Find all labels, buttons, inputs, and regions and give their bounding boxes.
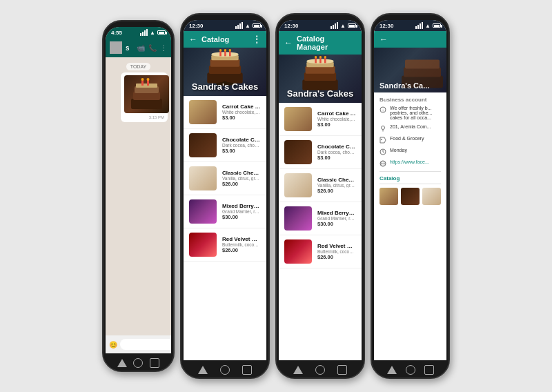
catalog-item[interactable]: Classic Cheesecake Vanilla, citrus, grah… [279, 169, 362, 202]
item-price: $26.00 [222, 247, 261, 253]
item-info: Mixed Berry Cheesecake Grand Marnier, ra… [222, 203, 261, 220]
catalog-item[interactable]: Chocolate Cupcake Dark cocoa, chocolate … [184, 129, 266, 162]
recents-nav-icon-2[interactable] [242, 365, 252, 375]
back-button-2[interactable]: ← [189, 35, 197, 44]
item-desc: Dark cocoa, chocolate buttercream... [317, 150, 356, 155]
catalog-item[interactable]: Mixed Berry Cheesecake Grand Marnier, ra… [279, 202, 362, 235]
svg-point-6 [141, 78, 144, 81]
status-bar-2: 12:30 ▲ [184, 20, 266, 31]
wifi-icon: ▲ [150, 30, 155, 36]
signal-icon [140, 29, 148, 36]
catalog-header-2: ← Catalog ⋮ [184, 31, 266, 48]
catalog-list-3[interactable]: Carrot Cake Cupcake White chocolate, ora… [279, 103, 362, 360]
signal-icon-3 [331, 22, 338, 29]
catalog-item[interactable]: Carrot Cake Cupcake White chocolate, ora… [279, 103, 362, 136]
home-nav-icon-3[interactable] [315, 365, 325, 375]
chat-message: 3:15 PM [121, 72, 168, 122]
wa-header: s 📹 📞 ⋮ [106, 38, 171, 57]
catalog-item[interactable]: Red Velvet Cake Buttermilk, cocoa, cream… [184, 228, 266, 262]
catalog-hero-3: Sandra's Cakes [279, 55, 362, 103]
phone-3-screen: 12:30 ▲ ← Catalog Manager [279, 20, 362, 360]
catalog-list-2[interactable]: Carrot Cake Cupcake White chocolate, ora… [184, 96, 266, 360]
item-info: Classic Cheesecake Vanilla, citrus, grah… [317, 177, 356, 194]
item-thumbnail [284, 239, 312, 264]
business-info-4: Business account i We offer freshly b...… [374, 92, 446, 360]
catalog-thumbnail-small[interactable] [379, 188, 398, 205]
catalog-item[interactable]: Chocolate Cupcake Dark cocoa, chocolate … [279, 136, 362, 169]
svg-marker-39 [380, 137, 386, 143]
wifi-icon-3: ▲ [340, 23, 346, 29]
item-name: Carrot Cake Cupcake [222, 104, 261, 110]
recents-nav-icon[interactable] [150, 358, 159, 368]
time-3: 12:30 [284, 23, 298, 29]
item-name: Mixed Berry Cheesecake [222, 203, 261, 209]
back-nav-icon-3[interactable] [293, 366, 303, 374]
phone-1-screen: 4:55 ▲ s 📹 📞 ⋮ [106, 27, 171, 353]
cake-image-svg [128, 78, 166, 111]
catalog-item[interactable]: Classic Cheesecake Vanilla, citrus, grah… [184, 162, 266, 195]
more-icon[interactable]: ⋮ [160, 44, 167, 52]
business-hours-row: Monday [379, 148, 441, 155]
item-info: Red Velvet Cake Buttermilk, cocoa, cream… [222, 236, 261, 253]
phone-icon[interactable]: 📞 [148, 44, 157, 52]
video-icon[interactable]: 📹 [137, 44, 145, 52]
catalog-thumbnail-small[interactable] [422, 188, 441, 205]
item-name: Chocolate Cupcake [317, 144, 356, 150]
recents-nav-icon-4[interactable] [424, 365, 434, 375]
back-nav-icon[interactable] [117, 359, 127, 367]
back-button-3[interactable]: ← [284, 38, 293, 48]
back-button-4[interactable]: ← [379, 35, 388, 44]
phone-1-bottom-bar [103, 355, 173, 371]
catalog-item[interactable]: Carrot Cake Cupcake White chocolate, ora… [184, 96, 266, 129]
item-thumbnail [284, 206, 312, 231]
svg-point-17 [224, 49, 226, 51]
emoji-icon[interactable]: 😊 [109, 341, 117, 349]
wa-header-icons: 📹 📞 ⋮ [137, 44, 167, 52]
catalog-item[interactable]: Mixed Berry Cheesecake Grand Marnier, ra… [184, 195, 266, 228]
time-1: 4:55 [111, 30, 122, 36]
signal-icon-4 [415, 22, 423, 29]
phone-1: 4:55 ▲ s 📹 📞 ⋮ [102, 20, 175, 372]
wifi-icon-4: ▲ [425, 23, 431, 29]
item-name: Red Velvet Cake [222, 236, 261, 242]
phone-3: 12:30 ▲ ← Catalog Manager [275, 13, 365, 379]
item-price: $3.00 [222, 148, 261, 154]
phone-4-bottom-bar [372, 362, 448, 378]
svg-rect-14 [224, 51, 226, 57]
catalog-thumbnail-small[interactable] [401, 188, 420, 205]
svg-rect-5 [147, 80, 149, 86]
item-name: Classic Cheesecake [317, 177, 356, 183]
item-price: $26.00 [222, 181, 261, 187]
phone-2-bottom-bar [181, 362, 268, 378]
home-nav-icon-2[interactable] [220, 365, 230, 375]
status-icons-1: ▲ [140, 29, 166, 36]
phone-4: 12:30 ▲ ← Sandra's Ca... [371, 13, 450, 379]
svg-point-18 [229, 49, 231, 51]
svg-point-30 [319, 56, 322, 58]
wa-input-field[interactable] [120, 339, 171, 350]
more-options-icon-2[interactable]: ⋮ [253, 35, 261, 44]
wa-input-bar: 😊 📎 ▶ [106, 335, 171, 353]
home-nav-icon[interactable] [133, 358, 143, 368]
back-nav-icon-2[interactable] [198, 366, 208, 374]
item-price: $30.00 [222, 214, 261, 220]
business-category-text: Food & Grocery [390, 136, 441, 141]
phone-4-screen: 12:30 ▲ ← Sandra's Ca... [374, 20, 446, 360]
status-bar-3: 12:30 ▲ [279, 20, 362, 31]
home-nav-icon-4[interactable] [406, 365, 415, 375]
svg-rect-28 [324, 58, 326, 63]
back-nav-icon-4[interactable] [387, 366, 397, 374]
item-desc: White chocolate, orange, cream chees... [317, 117, 356, 121]
catalog-section-title: Catalog [379, 175, 441, 184]
item-info: Chocolate Cupcake Dark cocoa, chocolate … [317, 144, 356, 161]
business-website-row: https://www.face... [379, 159, 441, 167]
business-website-text[interactable]: https://www.face... [390, 159, 441, 164]
recents-nav-icon-3[interactable] [337, 365, 347, 375]
item-name: Red Velvet Cake [317, 243, 356, 249]
svg-point-37 [382, 126, 385, 130]
svg-line-43 [383, 152, 384, 153]
phone-2-screen: 12:30 ▲ ← Catalog ⋮ [184, 20, 266, 360]
item-price: $26.00 [317, 188, 356, 194]
catalog-item[interactable]: Red Velvet Cake Buttermilk, cocoa, cream… [279, 235, 362, 268]
item-name: Mixed Berry Cheesecake [317, 210, 356, 216]
